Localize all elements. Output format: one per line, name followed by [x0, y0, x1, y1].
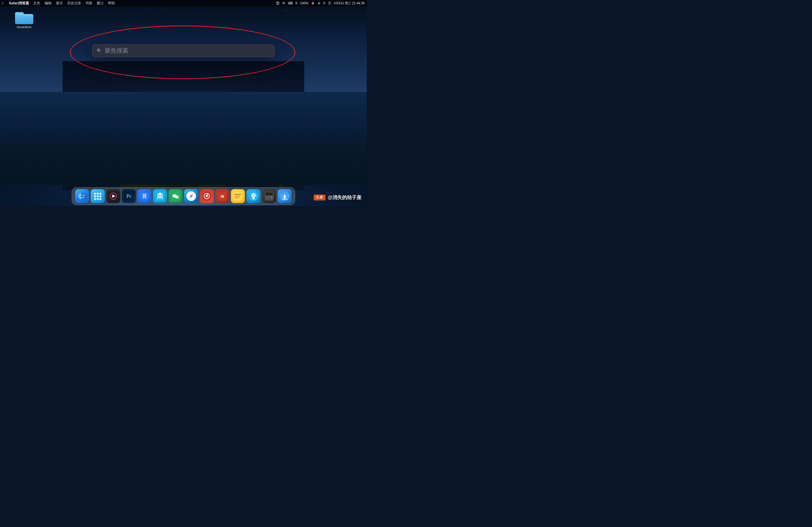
menubar-help[interactable]: 帮助	[108, 1, 115, 6]
svg-rect-65	[235, 196, 240, 197]
svg-point-71	[252, 194, 253, 195]
dock: Ps 百	[72, 187, 295, 205]
watermark-account: @消失的桔子座	[328, 194, 361, 201]
dock-item-notes[interactable]	[231, 189, 245, 203]
desktop-folder-label: HomeWork	[17, 26, 32, 29]
dock-item-calculator[interactable]	[262, 189, 276, 203]
menubar-skype-icon[interactable]: S	[295, 1, 298, 5]
menubar-datetime: 4月6日 周三 21:44:36	[334, 1, 365, 6]
svg-text:W: W	[220, 194, 224, 199]
svg-point-60	[206, 196, 207, 197]
menubar-search-icon[interactable]: ⚲	[323, 1, 325, 5]
menubar-window[interactable]: 窗口	[97, 1, 104, 6]
dock-item-safari[interactable]	[184, 189, 198, 203]
svg-point-23	[94, 193, 96, 195]
svg-rect-80	[271, 198, 273, 200]
spotlight-search-input[interactable]	[105, 47, 270, 54]
desktop-folder-homework[interactable]: HomeWork	[13, 10, 35, 29]
svg-point-24	[97, 193, 99, 195]
svg-point-48	[176, 196, 177, 197]
apple-menu-icon[interactable]: 	[2, 1, 3, 5]
dock-item-wechat[interactable]	[169, 189, 183, 203]
svg-rect-70	[253, 197, 254, 198]
menubar-right: ㉗ 中 ⌨ S 100% ⚡ ⊜ ⚲ ☰ 4月6日 周三 21:44:36	[276, 1, 365, 6]
svg-text:百: 百	[142, 194, 147, 199]
menubar-keyboard-icon: ⌨	[288, 1, 293, 5]
dock-item-qq[interactable]	[153, 189, 167, 203]
dock-item-baidu[interactable]: 百	[137, 189, 151, 203]
svg-point-25	[99, 193, 102, 195]
folder-icon-svg	[14, 10, 34, 25]
dock-item-launchpad[interactable]	[91, 189, 105, 203]
spotlight-search-container[interactable]: 🔍	[92, 44, 275, 57]
svg-point-31	[99, 198, 102, 200]
svg-rect-76	[268, 196, 270, 197]
menubar-history[interactable]: 历史记录	[67, 1, 81, 6]
menubar-wechat-icon[interactable]: ㉗	[276, 1, 279, 5]
menubar-input-method[interactable]: 中	[282, 1, 286, 6]
dock-item-finder[interactable]	[75, 189, 89, 203]
dock-item-eyedropper[interactable]	[246, 189, 260, 203]
dock-item-transloader[interactable]	[278, 189, 292, 203]
svg-point-28	[99, 195, 102, 197]
svg-point-40	[158, 193, 162, 199]
svg-rect-82	[284, 197, 285, 199]
menubar-wifi-icon[interactable]: ⊜	[318, 1, 320, 5]
menubar-left:  Safari浏览器 文件 编辑 显示 历史记录 书签 窗口 帮助	[2, 1, 115, 6]
svg-point-30	[97, 198, 99, 200]
menubar-edit[interactable]: 编辑	[45, 1, 52, 6]
svg-point-47	[175, 195, 176, 196]
svg-point-68	[251, 193, 256, 197]
menubar-battery-percent: 100%	[300, 1, 308, 5]
watermark: 头条 @消失的桔子座	[314, 194, 361, 201]
svg-point-26	[94, 195, 96, 197]
watermark-platform: 头条	[314, 195, 325, 200]
ocean	[0, 92, 367, 185]
spotlight-bar: 🔍	[92, 44, 275, 57]
svg-rect-78	[265, 198, 267, 200]
dock-item-finalcut[interactable]	[106, 189, 120, 203]
svg-point-29	[94, 198, 96, 200]
menubar-charging-icon: ⚡	[311, 1, 315, 5]
svg-rect-79	[268, 198, 270, 200]
svg-text:Ps: Ps	[127, 194, 131, 199]
menubar-bookmarks[interactable]: 书签	[85, 1, 92, 6]
svg-point-41	[158, 195, 160, 196]
menubar-file[interactable]: 文件	[33, 1, 40, 6]
svg-point-27	[97, 195, 99, 197]
svg-rect-66	[235, 197, 239, 198]
svg-rect-64	[235, 194, 241, 195]
spotlight-search-icon: 🔍	[97, 48, 102, 54]
svg-point-21	[84, 195, 84, 196]
svg-point-49	[177, 196, 178, 197]
svg-point-42	[161, 195, 162, 196]
dock-item-photoshop[interactable]: Ps	[122, 189, 136, 203]
svg-point-72	[254, 194, 255, 195]
svg-point-20	[80, 195, 81, 196]
svg-point-46	[173, 195, 174, 196]
menubar-view[interactable]: 显示	[56, 1, 63, 6]
menubar-app-name[interactable]: Safari浏览器	[9, 1, 29, 6]
dock-item-netease[interactable]	[200, 189, 214, 203]
desktop-background	[0, 0, 367, 206]
dock-item-wps[interactable]: W	[215, 189, 229, 203]
svg-rect-74	[265, 193, 273, 195]
svg-point-45	[175, 196, 179, 199]
menubar:  Safari浏览器 文件 编辑 显示 历史记录 书签 窗口 帮助 ㉗ 中 ⌨…	[0, 0, 367, 6]
menubar-control-center-icon[interactable]: ☰	[328, 1, 331, 5]
svg-rect-77	[271, 196, 273, 197]
svg-rect-75	[265, 196, 267, 197]
